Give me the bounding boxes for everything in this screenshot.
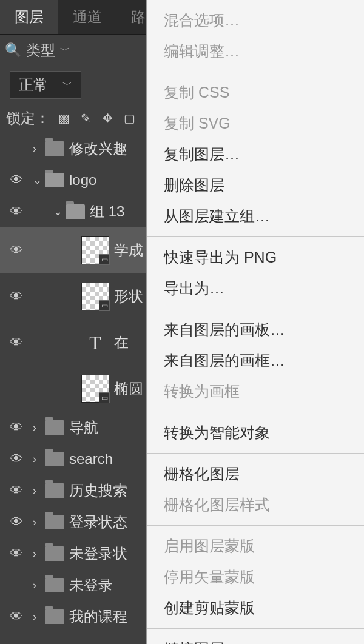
lock-transparency-icon[interactable]: ▩ — [56, 110, 72, 126]
chevron-down-icon: ﹀ — [60, 44, 70, 57]
lock-label: 锁定： — [6, 109, 50, 128]
folder-icon — [45, 483, 64, 498]
visibility-toggle[interactable]: 👁 — [0, 451, 33, 467]
folder-open-icon — [66, 204, 85, 219]
chevron-down-icon[interactable]: ⌄ — [33, 173, 45, 187]
menu-frame-from-layers[interactable]: 来自图层的画框… — [147, 345, 364, 376]
visibility-toggle[interactable]: 👁 — [0, 483, 33, 498]
smart-object-icon: ▭ — [99, 254, 110, 265]
folder-icon — [45, 609, 64, 624]
chevron-right-icon[interactable]: › — [33, 453, 45, 466]
tab-channels[interactable]: 通道 — [58, 0, 116, 34]
blend-mode-select[interactable]: 正常 ﹀ — [10, 71, 81, 99]
folder-open-icon — [45, 173, 64, 187]
layer-name: search — [69, 451, 113, 468]
layer-name: 未登录状 — [69, 544, 127, 563]
folder-icon — [45, 515, 64, 529]
chevron-right-icon[interactable]: › — [33, 485, 45, 497]
layer-name: 导航 — [69, 418, 98, 437]
layer-name: 学成 — [114, 241, 143, 260]
chevron-right-icon[interactable]: › — [33, 516, 45, 529]
layer-thumbnail: ▭ — [81, 236, 109, 264]
menu-separator — [147, 525, 364, 526]
chevron-right-icon[interactable]: › — [33, 143, 45, 155]
lock-artboard-icon[interactable]: ▢ — [121, 110, 137, 126]
layer-context-menu: 混合选项… 编辑调整… 复制 CSS 复制 SVG 复制图层… 删除图层 从图层… — [146, 0, 364, 644]
visibility-toggle[interactable] — [0, 380, 33, 398]
layer-thumbnail: ▭ — [81, 375, 109, 403]
layer-name: 登录状态 — [69, 512, 127, 532]
chevron-down-icon[interactable]: ⌄ — [53, 205, 66, 218]
visibility-toggle[interactable]: 👁 — [0, 289, 33, 304]
menu-delete-layer[interactable]: 删除图层 — [147, 170, 364, 201]
visibility-toggle[interactable] — [0, 139, 33, 158]
layer-name: logo — [69, 172, 96, 189]
menu-disable-vector-mask: 停用矢量蒙版 — [147, 562, 364, 592]
visibility-toggle[interactable]: 👁 — [0, 514, 33, 530]
menu-create-clipping-mask[interactable]: 创建剪贴蒙版 — [147, 592, 364, 623]
menu-export-as[interactable]: 导出为… — [147, 273, 364, 304]
layer-name: 历史搜索 — [69, 481, 127, 500]
layer-name: 椭圆 — [114, 379, 143, 398]
visibility-toggle[interactable]: 👁 — [0, 335, 33, 351]
smart-object-icon: ▭ — [99, 392, 110, 403]
menu-quick-export-png[interactable]: 快速导出为 PNG — [147, 242, 364, 273]
visibility-toggle[interactable]: 👁 — [0, 243, 33, 258]
folder-icon — [45, 578, 64, 592]
visibility-toggle[interactable]: 👁 — [0, 609, 33, 625]
menu-separator — [147, 309, 364, 309]
chevron-right-icon[interactable]: › — [33, 548, 45, 560]
menu-copy-css[interactable]: 复制 CSS — [147, 77, 364, 108]
layer-name: 修改兴趣 — [69, 139, 127, 158]
visibility-toggle[interactable]: 👁 — [0, 172, 33, 188]
chevron-right-icon[interactable]: › — [33, 421, 45, 434]
chevron-right-icon[interactable]: › — [33, 611, 45, 623]
lock-position-icon[interactable]: ✥ — [99, 110, 115, 126]
smart-object-icon: ▭ — [99, 300, 110, 311]
menu-rasterize-layer[interactable]: 栅格化图层 — [147, 458, 364, 489]
menu-convert-to-frame: 转换为画框 — [147, 376, 364, 407]
folder-icon — [45, 452, 64, 466]
filter-type-dropdown[interactable]: 类型 ﹀ — [26, 41, 70, 60]
lock-brush-icon[interactable]: ✎ — [78, 110, 93, 126]
blend-mode-value: 正常 — [19, 75, 48, 95]
menu-link-layers[interactable]: 链接图层 — [147, 634, 364, 644]
visibility-toggle[interactable]: 👁 — [0, 204, 33, 220]
menu-separator — [147, 236, 364, 237]
menu-duplicate-layer[interactable]: 复制图层… — [147, 139, 364, 170]
menu-edit-adjustment: 编辑调整… — [147, 36, 364, 67]
menu-separator — [147, 453, 364, 454]
menu-rasterize-style: 栅格化图层样式 — [147, 489, 364, 520]
layer-thumbnail: ▭ — [81, 283, 109, 310]
menu-blending-options[interactable]: 混合选项… — [147, 5, 364, 36]
filter-type-label: 类型 — [26, 41, 55, 60]
menu-copy-svg[interactable]: 复制 SVG — [147, 108, 364, 139]
chevron-right-icon[interactable]: › — [33, 579, 45, 592]
menu-separator — [147, 72, 364, 72]
visibility-toggle[interactable]: 👁 — [0, 420, 33, 435]
search-icon: 🔍 — [5, 42, 21, 58]
chevron-down-icon: ﹀ — [62, 79, 72, 92]
layer-name: 未登录 — [69, 575, 113, 595]
tab-layers[interactable]: 图层 — [0, 0, 58, 34]
folder-icon — [45, 546, 64, 561]
layer-name: 形状 — [114, 287, 143, 306]
menu-artboard-from-layers[interactable]: 来自图层的画板… — [147, 314, 364, 345]
menu-separator — [147, 412, 364, 412]
layer-name: 在 — [114, 333, 129, 352]
layer-name: 我的课程 — [69, 607, 127, 626]
layer-name: 组 13 — [90, 202, 124, 221]
folder-icon — [45, 420, 64, 435]
type-layer-icon: T — [81, 329, 109, 357]
menu-group-from-layers[interactable]: 从图层建立组… — [147, 201, 364, 232]
menu-enable-layer-mask: 启用图层蒙版 — [147, 531, 364, 562]
folder-icon — [45, 141, 64, 156]
visibility-toggle[interactable] — [0, 576, 33, 594]
menu-convert-to-smart[interactable]: 转换为智能对象 — [147, 417, 364, 448]
visibility-toggle[interactable]: 👁 — [0, 546, 33, 562]
menu-separator — [147, 628, 364, 629]
